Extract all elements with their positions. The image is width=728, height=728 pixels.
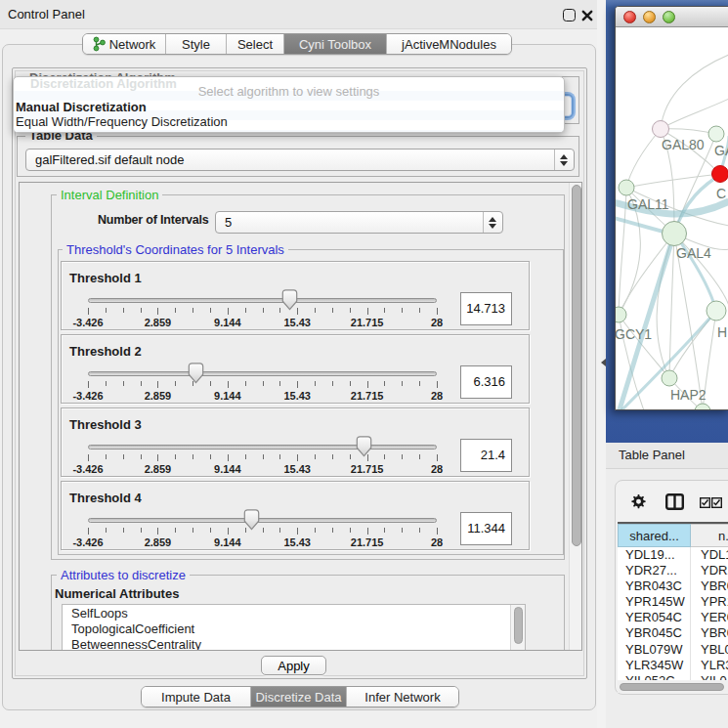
table-horizontal-scrollbar[interactable] <box>618 681 728 693</box>
network-node[interactable] <box>662 370 677 386</box>
network-node[interactable] <box>663 222 687 246</box>
table-row[interactable]: YER054CYER0 <box>618 610 728 625</box>
panel-splitter[interactable] <box>597 0 606 728</box>
checkbox-checked-icon[interactable] <box>711 497 722 508</box>
slider-thumb[interactable] <box>356 436 372 457</box>
settings-scrollbar[interactable] <box>569 183 582 650</box>
cell-name[interactable]: YDL1 <box>691 547 728 563</box>
table-row[interactable]: YLR345WYLR3 <box>618 658 728 673</box>
table-data-combobox[interactable]: galFiltered.sif default node <box>25 149 575 171</box>
cell-shared-name[interactable]: YIL052C <box>618 673 691 680</box>
slider-tick-label: 15.43 <box>268 463 326 475</box>
slider-track[interactable] <box>88 518 437 523</box>
cell-name[interactable]: YIL0 <box>691 673 728 680</box>
tab-cyni-toolbox[interactable]: Cyni Toolbox <box>284 34 387 54</box>
cell-name[interactable]: YPR1 <box>691 594 728 610</box>
attributes-list-scrollbar[interactable] <box>510 605 525 651</box>
numerical-attributes-list[interactable]: SelfLoopsTopologicalCoefficientBetweenne… <box>62 604 526 651</box>
network-node[interactable] <box>707 301 726 321</box>
float-window-icon[interactable] <box>563 9 576 21</box>
network-window-titlebar[interactable] <box>616 7 728 27</box>
network-node[interactable] <box>712 166 728 183</box>
network-node[interactable] <box>708 126 724 142</box>
tab-style[interactable]: Style <box>166 34 227 54</box>
gear-icon[interactable] <box>630 493 647 510</box>
slider-track[interactable] <box>88 298 437 303</box>
table-row[interactable]: YDR27...YDR2 <box>618 563 728 578</box>
tab-infer-network[interactable]: Infer Network <box>347 687 458 707</box>
checkbox-checked-icon[interactable] <box>700 497 710 508</box>
table-row[interactable]: YDL19...YDL1 <box>618 547 728 563</box>
tab-impute-data[interactable]: Impute Data <box>142 687 251 707</box>
cell-shared-name[interactable]: YER054C <box>618 610 691 625</box>
cell-shared-name[interactable]: YBR043C <box>618 578 691 594</box>
cell-name[interactable]: YBL0 <box>691 642 728 658</box>
network-node-label: GAL4 <box>676 245 711 261</box>
tab-discretize-data[interactable]: Discretize Data <box>251 687 347 707</box>
table-row[interactable]: YBL079WYBL0 <box>618 642 728 658</box>
cell-shared-name[interactable]: YBL079W <box>618 642 691 658</box>
cell-name[interactable]: YER0 <box>691 610 728 625</box>
slider-tick-label: 9.144 <box>198 390 257 402</box>
attribute-list-item[interactable]: BetweennessCentrality <box>63 637 510 651</box>
slider-major-tick <box>437 454 438 461</box>
algorithm-dropdown-popup: Discretization Algorithm Select algorith… <box>13 76 565 133</box>
dropdown-option-equal-width-frequency[interactable]: Equal Width/Frequency Discretization <box>14 114 564 130</box>
network-node[interactable] <box>616 307 626 322</box>
network-edge[interactable] <box>661 99 728 129</box>
scrollbar-thumb[interactable] <box>514 607 523 644</box>
threshold-value-field[interactable]: 6.316 <box>460 365 512 399</box>
zoom-traffic-light[interactable] <box>663 11 675 23</box>
attribute-list-item[interactable]: TopologicalCoefficient <box>63 621 510 637</box>
slider-track[interactable] <box>88 371 437 376</box>
threshold-value-field[interactable]: 14.713 <box>460 292 512 325</box>
slider-minor-tick <box>350 308 351 313</box>
slider-thumb[interactable] <box>281 289 298 311</box>
attribute-list-item[interactable]: SelfLoops <box>63 606 510 621</box>
split-panel-icon[interactable] <box>665 493 684 510</box>
slider-minor-tick <box>263 381 264 386</box>
network-node[interactable] <box>653 121 669 138</box>
minimize-traffic-light[interactable] <box>643 11 656 23</box>
column-header-name[interactable]: n... <box>691 524 728 547</box>
scrollbar-thumb[interactable] <box>572 185 581 546</box>
cell-shared-name[interactable]: YPR145W <box>618 594 691 610</box>
cell-name[interactable]: YBR0 <box>691 578 728 594</box>
network-view[interactable]: GAL80GACGAL11GAL4GCY1HHAP2 <box>616 27 728 409</box>
dropdown-option-manual-discretization[interactable]: Manual Discretization <box>14 100 564 115</box>
cell-name[interactable]: YDR2 <box>691 563 728 578</box>
tab-jactivemnodules[interactable]: jActiveMNodules <box>387 34 511 54</box>
updown-arrows-icon <box>488 217 496 229</box>
cell-name[interactable]: YBR0 <box>691 625 728 641</box>
network-edge[interactable] <box>626 129 661 188</box>
slider-thumb[interactable] <box>243 509 260 531</box>
column-header-shared-name[interactable]: shared... <box>618 524 691 547</box>
scrollbar-thumb[interactable] <box>620 683 724 691</box>
number-of-intervals-combobox[interactable]: 5 <box>215 211 503 234</box>
cell-name[interactable]: YLR3 <box>691 658 728 673</box>
network-edge[interactable] <box>619 234 674 315</box>
network-edge[interactable] <box>661 55 728 129</box>
tab-select[interactable]: Select <box>227 34 284 54</box>
slider-thumb[interactable] <box>188 363 204 384</box>
cell-shared-name[interactable]: YDL19... <box>618 547 691 563</box>
threshold-label: Threshold 1 <box>69 271 142 285</box>
cell-shared-name[interactable]: YLR345W <box>618 658 691 673</box>
table-row[interactable]: YPR145WYPR1 <box>618 594 728 610</box>
table-row[interactable]: YIL052CYIL0 <box>618 673 728 680</box>
cell-shared-name[interactable]: YBR045C <box>618 625 691 641</box>
cell-shared-name[interactable]: YDR27... <box>618 563 691 578</box>
threshold-value-field[interactable]: 11.344 <box>460 512 512 545</box>
close-traffic-light[interactable] <box>623 11 636 23</box>
table-row[interactable]: YBR045CYBR0 <box>618 625 728 641</box>
network-node[interactable] <box>619 180 634 195</box>
dropdown-prompt-item[interactable]: Select algorithm to view settings <box>14 84 564 100</box>
slider-tick-label: 2.859 <box>128 536 187 548</box>
network-node[interactable] <box>695 404 710 409</box>
threshold-value-field[interactable]: 21.4 <box>460 439 512 472</box>
tab-network[interactable]: Network <box>83 34 166 54</box>
apply-button[interactable]: Apply <box>261 656 326 675</box>
slider-track[interactable] <box>88 445 437 450</box>
table-row[interactable]: YBR043CYBR0 <box>618 578 728 594</box>
close-icon[interactable] <box>580 9 594 22</box>
